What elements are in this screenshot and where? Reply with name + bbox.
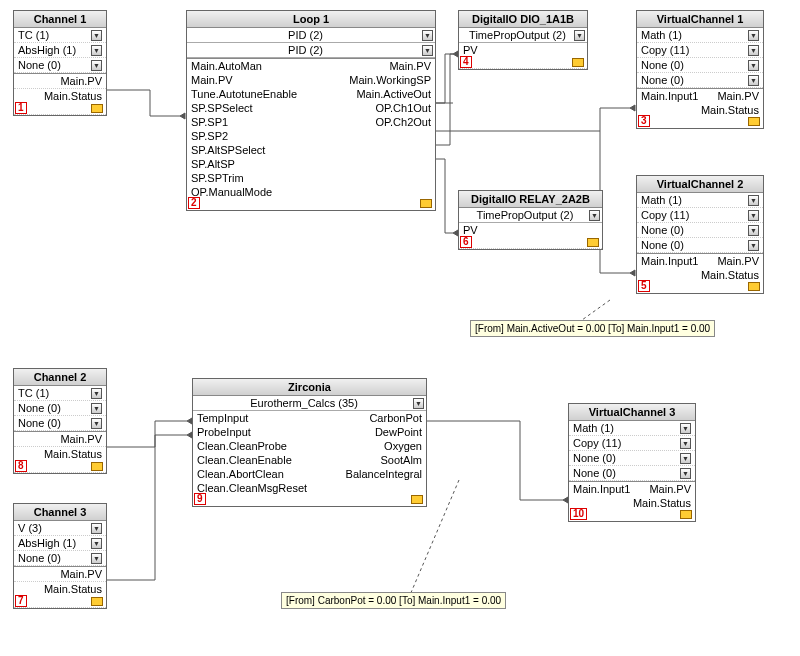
dropdown-icon[interactable] (91, 523, 102, 534)
chip-icon (91, 597, 103, 606)
block-dio-relay-2a2b: DigitalIO RELAY_2A2B TimePropOutput (2) … (458, 190, 603, 250)
dropdown-icon[interactable] (91, 30, 102, 41)
dropdown-icon[interactable] (748, 225, 759, 236)
block-tag: 7 (15, 595, 27, 607)
port-main-input1[interactable]: Main.Input1 (573, 483, 630, 495)
dropdown-icon[interactable] (748, 210, 759, 221)
port-main-pv[interactable]: Main.PV (60, 568, 102, 580)
dropdown-icon[interactable] (91, 388, 102, 399)
dropdown-icon[interactable] (91, 418, 102, 429)
dropdown-icon[interactable] (680, 438, 691, 449)
block-channel-3: Channel 3 V (3) AbsHigh (1) None (0) Mai… (13, 503, 107, 609)
wire-tooltip: [From] Main.ActiveOut = 0.00 [To] Main.I… (470, 320, 715, 337)
port-main-input1[interactable]: Main.Input1 (641, 255, 698, 267)
dropdown-icon[interactable] (680, 423, 691, 434)
port-main-input1[interactable]: Main.Input1 (641, 90, 698, 102)
dropdown-icon[interactable] (748, 240, 759, 251)
chip-icon (748, 282, 760, 291)
wire-tooltip: [From] CarbonPot = 0.00 [To] Main.Input1… (281, 592, 506, 609)
port-main-status[interactable]: Main.Status (44, 90, 102, 102)
dropdown-icon[interactable] (422, 30, 433, 41)
dropdown-icon[interactable] (91, 403, 102, 414)
block-title: Channel 2 (14, 369, 106, 386)
chip-icon (680, 510, 692, 519)
port-pv[interactable]: PV (463, 44, 478, 56)
block-tag: 10 (570, 508, 587, 520)
dropdown-icon[interactable] (589, 210, 600, 221)
block-dio-1a1b: DigitalIO DIO_1A1B TimePropOutput (2) PV… (458, 10, 588, 70)
dropdown-icon[interactable] (574, 30, 585, 41)
port-main-status[interactable]: Main.Status (44, 448, 102, 460)
dropdown-icon[interactable] (91, 60, 102, 71)
block-loop-1: Loop 1 PID (2) PID (2) Main.AutoManMain.… (186, 10, 436, 211)
block-title: Channel 3 (14, 504, 106, 521)
dropdown-icon[interactable] (680, 468, 691, 479)
block-title: VirtualChannel 1 (637, 11, 763, 28)
port-main-pv[interactable]: Main.PV (60, 75, 102, 87)
dropdown-icon[interactable] (91, 553, 102, 564)
port-main-pv[interactable]: Main.PV (717, 90, 759, 102)
block-virtualchannel-3: VirtualChannel 3 Math (1) Copy (11) None… (568, 403, 696, 522)
chip-icon (572, 58, 584, 67)
chip-icon (91, 104, 103, 113)
block-tag: 4 (460, 56, 472, 68)
chip-icon (91, 462, 103, 471)
port-main-status[interactable]: Main.Status (633, 497, 691, 509)
block-title: VirtualChannel 2 (637, 176, 763, 193)
dropdown-icon[interactable] (422, 45, 433, 56)
chip-icon (587, 238, 599, 247)
block-tag: 5 (638, 280, 650, 292)
block-channel-2: Channel 2 TC (1) None (0) None (0) Main.… (13, 368, 107, 474)
dropdown-icon[interactable] (91, 538, 102, 549)
block-tag: 8 (15, 460, 27, 472)
dropdown-icon[interactable] (748, 60, 759, 71)
dropdown-icon[interactable] (748, 45, 759, 56)
port-pv[interactable]: PV (463, 224, 478, 236)
dropdown-icon[interactable] (91, 45, 102, 56)
port-main-pv[interactable]: Main.PV (60, 433, 102, 445)
dropdown-icon[interactable] (748, 195, 759, 206)
block-title: DigitalIO DIO_1A1B (459, 11, 587, 28)
block-tag: 1 (15, 102, 27, 114)
port-main-pv[interactable]: Main.PV (717, 255, 759, 267)
block-zirconia: Zirconia Eurotherm_Calcs (35) TempInputC… (192, 378, 427, 507)
chip-icon (748, 117, 760, 126)
block-tag: 9 (194, 493, 206, 505)
dropdown-icon[interactable] (748, 75, 759, 86)
block-tag: 2 (188, 197, 200, 209)
block-title: Zirconia (193, 379, 426, 396)
block-tag: 6 (460, 236, 472, 248)
block-title: Loop 1 (187, 11, 435, 28)
block-channel-1: Channel 1 TC (1) AbsHigh (1) None (0) Ma… (13, 10, 107, 116)
block-title: VirtualChannel 3 (569, 404, 695, 421)
block-tag: 3 (638, 115, 650, 127)
port-main-pv[interactable]: Main.PV (649, 483, 691, 495)
block-virtualchannel-2: VirtualChannel 2 Math (1) Copy (11) None… (636, 175, 764, 294)
port-main-status[interactable]: Main.Status (701, 269, 759, 281)
port-main-status[interactable]: Main.Status (701, 104, 759, 116)
chip-icon (420, 199, 432, 208)
block-title: Channel 1 (14, 11, 106, 28)
dropdown-icon[interactable] (413, 398, 424, 409)
block-virtualchannel-1: VirtualChannel 1 Math (1) Copy (11) None… (636, 10, 764, 129)
dropdown-icon[interactable] (680, 453, 691, 464)
port-main-status[interactable]: Main.Status (44, 583, 102, 595)
chip-icon (411, 495, 423, 504)
block-title: DigitalIO RELAY_2A2B (459, 191, 602, 208)
dropdown-icon[interactable] (748, 30, 759, 41)
